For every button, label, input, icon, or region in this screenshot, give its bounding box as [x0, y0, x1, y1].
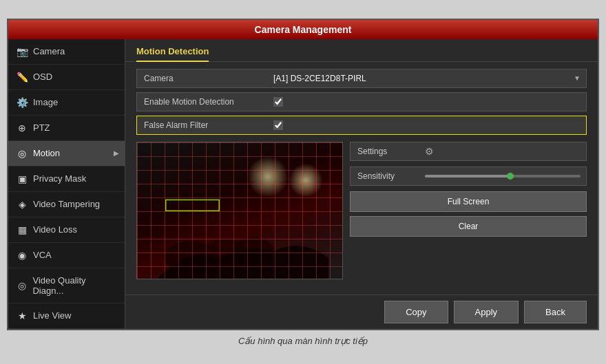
apply-button[interactable]: Apply	[454, 301, 519, 323]
sidebar-item-privacy-mask[interactable]: ▣ Privacy Mask	[8, 167, 125, 192]
video-tampering-icon: ◈	[17, 199, 28, 210]
tab-motion-detection[interactable]: Motion Detection	[136, 46, 209, 62]
copy-button[interactable]: Copy	[384, 301, 448, 323]
video-preview	[136, 142, 343, 279]
caption: Cấu hình qua màn hình trực tiếp	[238, 336, 368, 346]
sidebar-label-camera: Camera	[33, 46, 65, 56]
osd-icon: ✏️	[17, 72, 28, 83]
action-buttons: Full Screen Clear	[350, 191, 587, 237]
privacy-mask-icon: ▣	[17, 173, 28, 184]
ptz-icon: ⊕	[17, 122, 28, 133]
full-screen-button[interactable]: Full Screen	[350, 191, 587, 212]
settings-value: ⚙	[419, 142, 586, 160]
sidebar-label-ptz: PTZ	[33, 122, 50, 133]
live-view-icon: ★	[17, 310, 28, 321]
sidebar-label-privacy: Privacy Mask	[33, 173, 86, 184]
camera-row: Camera [A1] DS-2CE12D8T-PIRL ▼	[136, 69, 587, 88]
sidebar-item-live-view[interactable]: ★ Live View	[8, 303, 125, 329]
motion-arrow-icon: ▶	[114, 149, 119, 157]
sensitivity-slider-dot	[507, 173, 514, 180]
main-panel: Motion Detection Camera [A1] DS-2CE12D8T…	[125, 39, 598, 329]
settings-label: Settings	[351, 142, 419, 160]
middle-section: Settings ⚙ Sensitivity	[125, 142, 598, 283]
false-alarm-checkbox[interactable]	[273, 120, 283, 130]
sidebar-label-tampering: Video Tampering	[33, 199, 100, 209]
camera-dropdown-arrow-icon: ▼	[574, 74, 581, 82]
enable-motion-value	[268, 94, 586, 110]
sensitivity-slider-track	[425, 175, 581, 178]
camera-management-window: Camera Management 📷 Camera ✏️ OSD ⚙️ Ima…	[7, 19, 599, 330]
camera-value-container: [A1] DS-2CE12D8T-PIRL ▼	[268, 70, 586, 87]
sidebar-item-motion[interactable]: ◎ Motion ▶	[8, 141, 125, 167]
clear-button[interactable]: Clear	[350, 216, 587, 237]
sidebar-item-ptz[interactable]: ⊕ PTZ	[8, 116, 125, 141]
false-alarm-label: False Alarm Filter	[137, 116, 268, 134]
false-alarm-row: False Alarm Filter	[136, 116, 587, 135]
sidebar-label-loss: Video Loss	[33, 224, 77, 235]
back-button[interactable]: Back	[524, 301, 587, 323]
right-panel: Settings ⚙ Sensitivity	[350, 142, 587, 279]
vca-icon: ◉	[17, 250, 28, 261]
enable-motion-label: Enable Motion Detection	[137, 93, 268, 111]
sidebar-label-quality: Video Quality Diagn...	[32, 275, 116, 296]
sensitivity-slider-fill	[425, 175, 510, 178]
false-alarm-value	[268, 117, 586, 133]
window-title: Camera Management	[255, 24, 352, 35]
video-quality-icon: ◎	[17, 280, 27, 291]
video-loss-icon: ▦	[17, 224, 28, 235]
sidebar-label-image: Image	[33, 97, 58, 107]
enable-motion-checkbox[interactable]	[273, 97, 283, 107]
tab-header: Motion Detection	[125, 39, 598, 62]
sidebar-label-vca: VCA	[33, 250, 52, 260]
sensitivity-slider-container[interactable]	[425, 175, 581, 178]
bottom-buttons: Copy Apply Back	[125, 295, 598, 329]
enable-motion-row: Enable Motion Detection	[136, 92, 587, 111]
sidebar: 📷 Camera ✏️ OSD ⚙️ Image ⊕ PTZ ◎ Moti	[8, 39, 125, 329]
sidebar-label-motion: Motion	[33, 148, 60, 158]
sidebar-item-video-tampering[interactable]: ◈ Video Tampering	[8, 192, 125, 217]
sidebar-item-video-loss[interactable]: ▦ Video Loss	[8, 217, 125, 243]
sensitivity-value	[419, 171, 586, 181]
sidebar-item-camera[interactable]: 📷 Camera	[8, 39, 125, 65]
sidebar-item-video-quality[interactable]: ◎ Video Quality Diagn...	[8, 268, 125, 303]
sidebar-label-live-view: Live View	[33, 310, 71, 321]
sidebar-item-image[interactable]: ⚙️ Image	[8, 90, 125, 116]
camera-value: [A1] DS-2CE12D8T-PIRL	[273, 74, 571, 83]
camera-icon: 📷	[17, 46, 28, 57]
gear-icon[interactable]: ⚙	[425, 146, 436, 157]
title-bar: Camera Management	[8, 20, 598, 39]
camera-label: Camera	[137, 69, 268, 87]
settings-row: Settings ⚙	[350, 142, 587, 161]
grid-overlay	[137, 142, 342, 279]
sidebar-item-osd[interactable]: ✏️ OSD	[8, 65, 125, 90]
sidebar-bottom: ★ Live View	[8, 303, 125, 329]
sidebar-label-osd: OSD	[33, 72, 52, 82]
sidebar-item-vca[interactable]: ◉ VCA	[8, 243, 125, 268]
content-area: 📷 Camera ✏️ OSD ⚙️ Image ⊕ PTZ ◎ Moti	[8, 39, 598, 329]
sensitivity-label: Sensitivity	[351, 167, 419, 185]
form-area: Camera [A1] DS-2CE12D8T-PIRL ▼ Enable Mo…	[125, 62, 598, 142]
motion-icon: ◎	[17, 148, 28, 159]
image-icon: ⚙️	[17, 97, 28, 108]
sensitivity-row: Sensitivity	[350, 167, 587, 186]
